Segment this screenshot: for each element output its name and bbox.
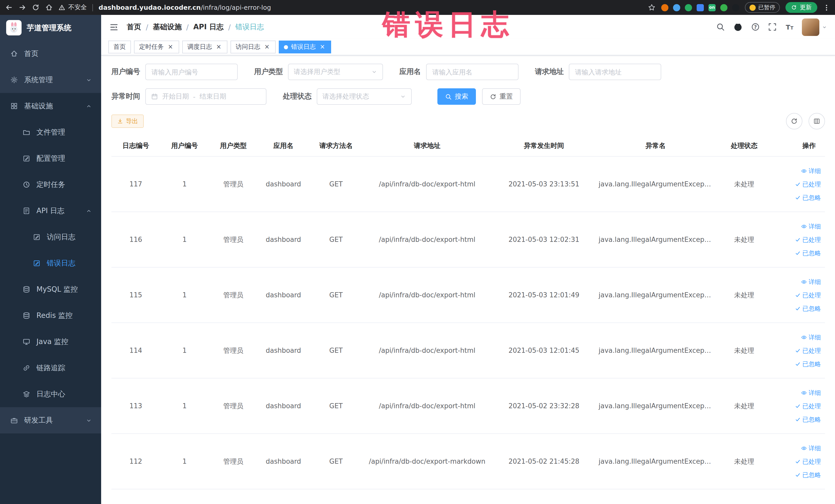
extension-leaf-icon[interactable] <box>720 4 728 11</box>
browser-chrome: 不安全 dashboard.yudao.iocoder.cn/infra/log… <box>0 0 835 15</box>
hamburger-icon[interactable] <box>109 22 119 32</box>
logo-rabbit-icon <box>6 20 22 36</box>
navbar: 首页/基础设施/API 日志/错误日志 <box>101 15 835 39</box>
cell-status: 未处理 <box>715 378 774 434</box>
sidebar-item-file[interactable]: 文件管理 <box>0 119 101 145</box>
check-icon <box>795 305 801 311</box>
update-button[interactable]: 更新 <box>786 2 817 13</box>
mark-processed-link[interactable]: 已处理 <box>776 233 823 246</box>
sidebar-item-tracer[interactable]: 链路追踪 <box>0 355 101 381</box>
breadcrumb-separator: / <box>146 23 148 31</box>
detail-link[interactable]: 详细 <box>776 275 823 288</box>
paused-label: 已暂停 <box>758 4 775 11</box>
extension-green-v-icon[interactable] <box>685 4 692 11</box>
user-id-input[interactable] <box>145 64 238 80</box>
detail-link[interactable]: 详细 <box>776 220 823 233</box>
extension-orange-icon[interactable] <box>661 4 668 11</box>
column-settings-button[interactable] <box>809 113 825 129</box>
detail-link[interactable]: 详细 <box>776 386 823 399</box>
link-icon <box>23 364 30 372</box>
security-chip[interactable]: 不安全 <box>59 3 87 12</box>
user-menu[interactable] <box>802 18 827 36</box>
mark-ignored-link[interactable]: 已忽略 <box>776 412 823 426</box>
mark-processed-link[interactable]: 已处理 <box>776 399 823 412</box>
app-name-input[interactable] <box>426 64 518 80</box>
font-size-icon[interactable] <box>785 23 794 31</box>
sidebar-item-java[interactable]: Java 监控 <box>0 329 101 355</box>
breadcrumb-item[interactable]: API 日志 <box>193 22 224 32</box>
bookmark-star-icon[interactable] <box>648 4 656 11</box>
process-status-group: 处理状态 请选择处理状态 <box>283 88 412 105</box>
address-bar[interactable]: dashboard.yudao.iocoder.cn/infra/log/api… <box>99 4 271 11</box>
sidebar-item-log-center[interactable]: 日志中心 <box>0 381 101 407</box>
tab-close-icon[interactable]: × <box>263 43 270 51</box>
sidebar-item-config[interactable]: 配置管理 <box>0 145 101 172</box>
breadcrumb-item[interactable]: 基础设施 <box>153 22 182 32</box>
reset-button[interactable]: 重置 <box>482 88 521 105</box>
tab-job[interactable]: 定时任务 × <box>134 41 179 54</box>
date-range-picker[interactable]: 开始日期 - 结束日期 <box>145 88 266 105</box>
github-icon[interactable] <box>733 22 743 32</box>
home-icon[interactable] <box>45 4 53 11</box>
sidebar-item-redis[interactable]: Redis 监控 <box>0 302 101 329</box>
sidebar-item-label: 配置管理 <box>37 154 65 163</box>
sidebar-item-system[interactable]: 系统管理 <box>0 67 101 93</box>
user-type-select[interactable]: 请选择用户类型 <box>288 64 383 80</box>
divider <box>93 4 93 11</box>
sidebar-item-mysql[interactable]: MySQL 监控 <box>0 276 101 302</box>
mark-ignored-link[interactable]: 已忽略 <box>776 246 823 260</box>
help-icon[interactable] <box>751 23 760 31</box>
forward-icon[interactable] <box>19 4 26 11</box>
date-start-placeholder: 开始日期 <box>162 92 189 101</box>
extension-blue-drop-icon[interactable] <box>673 4 680 11</box>
mark-processed-link[interactable]: 已处理 <box>776 344 823 357</box>
fullscreen-icon[interactable] <box>768 23 777 31</box>
row-actions: 详细 已处理 已忽略 <box>774 434 825 489</box>
sidebar-item-job[interactable]: 定时任务 <box>0 172 101 198</box>
avatar <box>802 18 819 36</box>
process-status-select[interactable]: 请选择处理状态 <box>317 88 412 105</box>
sidebar-item-access-log[interactable]: 访问日志 <box>0 224 101 250</box>
tab-error-log[interactable]: 错误日志 × <box>279 41 331 54</box>
grid-icon <box>10 102 18 110</box>
breadcrumb-item[interactable]: 首页 <box>127 22 141 32</box>
browser-menu-icon[interactable] <box>823 4 830 11</box>
mark-processed-link[interactable]: 已处理 <box>776 288 823 302</box>
detail-link[interactable]: 详细 <box>776 330 823 344</box>
extension-grid-icon[interactable] <box>697 4 704 11</box>
tab-close-icon[interactable]: × <box>167 43 174 51</box>
tab-access-log[interactable]: 访问日志 × <box>230 41 276 54</box>
eye-icon <box>801 445 807 451</box>
logo-area[interactable]: 芋道管理系统 <box>0 15 101 41</box>
user-type-placeholder: 请选择用户类型 <box>294 67 340 77</box>
mark-ignored-link[interactable]: 已忽略 <box>776 357 823 370</box>
tab-home[interactable]: 首页 <box>108 41 131 54</box>
mark-ignored-link[interactable]: 已忽略 <box>776 302 823 315</box>
extension-on-badge-icon[interactable]: on <box>709 4 716 11</box>
mark-ignored-link[interactable]: 已忽略 <box>776 191 823 204</box>
search-icon[interactable] <box>716 23 725 31</box>
sidebar-item-error-log[interactable]: 错误日志 <box>0 250 101 276</box>
tab-close-icon[interactable]: × <box>215 43 222 51</box>
tab-job-log[interactable]: 调度日志 × <box>182 41 227 54</box>
back-icon[interactable] <box>5 4 13 11</box>
extension-paw-icon[interactable] <box>732 4 739 11</box>
sidebar-item-dev-tools[interactable]: 研发工具 <box>0 407 101 434</box>
reload-icon[interactable] <box>32 4 40 11</box>
detail-link[interactable]: 详细 <box>776 441 823 455</box>
paused-badge[interactable]: 已暂停 <box>745 2 780 13</box>
mark-processed-link[interactable]: 已处理 <box>776 455 823 468</box>
request-url-label: 请求地址 <box>535 67 564 77</box>
table-row: 114 1 管理员 dashboard GET /api/infra/db-do… <box>111 323 825 378</box>
sidebar-item-api-log[interactable]: API 日志 <box>0 198 101 224</box>
request-url-input[interactable] <box>569 64 661 80</box>
search-button[interactable]: 搜索 <box>437 88 476 105</box>
tab-close-icon[interactable]: × <box>319 43 326 51</box>
refresh-button[interactable] <box>786 113 802 129</box>
sidebar-item-infra[interactable]: 基础设施 <box>0 93 101 119</box>
export-button[interactable]: 导出 <box>111 115 144 128</box>
mark-processed-link[interactable]: 已处理 <box>776 177 823 191</box>
sidebar-item-home[interactable]: 首页 <box>0 41 101 67</box>
detail-link[interactable]: 详细 <box>776 164 823 177</box>
mark-ignored-link[interactable]: 已忽略 <box>776 468 823 481</box>
